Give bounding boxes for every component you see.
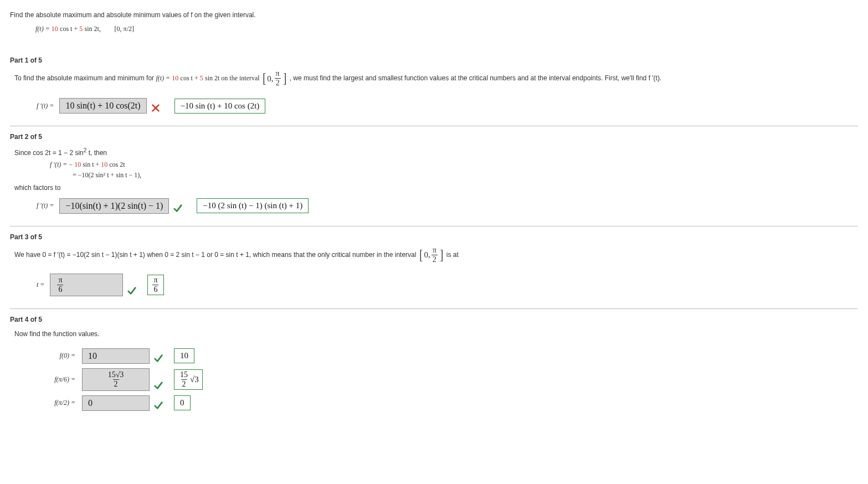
p1-lead: f ′(t) = (37, 102, 54, 110)
p2-student-answer[interactable]: −10(sin(t) + 1)(2 sin(t) − 1) (59, 198, 169, 214)
interval: [0, π/2] (115, 25, 134, 33)
p1-interval-num: π (275, 70, 281, 78)
p4-row-2: f(π/2) = 0 0 (37, 395, 858, 411)
p4-student-1[interactable]: 15√3 2 (82, 368, 150, 391)
p1-answer-row: f ′(t) = 10 sin(t) + 10 cos(2t) −10 sin … (37, 98, 858, 114)
check-icon (153, 380, 164, 391)
p1-fn-prefix: f(t) = (156, 74, 172, 82)
part-4-title: Part 4 of 5 (10, 316, 858, 323)
p2-eq1-coef: 10 (74, 161, 81, 168)
problem-definition: f(t) = 10 cos t + 5 sin 2t, [0, π/2] (10, 25, 858, 33)
check-icon (126, 285, 137, 296)
p3-correct-num: π (152, 276, 158, 285)
p2-eq2: = −10(2 sin² t + sin t − 1), (10, 171, 858, 179)
p4-correct-1-den: 2 (181, 379, 187, 388)
p1-mid2: sin 2t on the interval (205, 74, 261, 82)
p1-correct-answer: −10 sin (t) + 10 cos (2t) (174, 99, 266, 114)
mid1: cos t + (60, 25, 79, 33)
p4-correct-2: 0 (174, 395, 191, 410)
part-4: Part 4 of 5 Now find the function values… (10, 309, 858, 423)
fn-prefix: f(t) = (35, 25, 52, 33)
p4-correct-0: 10 (174, 348, 194, 363)
p2-answer-row: f ′(t) = −10(sin(t) + 1)(2 sin(t) − 1) −… (37, 198, 858, 214)
check-icon (153, 353, 164, 364)
part-2-title: Part 2 of 5 (10, 133, 858, 141)
p4-label-0: f(0) = (37, 352, 75, 360)
part-1-text: To find the absolute maximum and minimum… (10, 70, 858, 87)
p3-student-answer[interactable]: π 6 (50, 274, 123, 296)
p3-student-num: π (57, 276, 63, 285)
p3-interval: [ 0, π 2 ] (418, 246, 445, 264)
p2-correct-answer: −10 (2 sin (t) − 1) (sin (t) + 1) (197, 198, 309, 213)
p4-correct-1-suffix: √3 (190, 375, 199, 384)
p4-student-1-num: 15√3 (107, 371, 125, 379)
p4-label-2: f(π/2) = (37, 399, 75, 407)
problem-statement: Find the absolute maximum and absolute m… (10, 10, 858, 33)
p1-coeff-b: 5 (200, 74, 203, 82)
p2-eq2-body: −10(2 sin² t + sin t − 1), (78, 171, 142, 179)
p3-interval-den: 2 (432, 255, 438, 264)
p4-intro: Now find the function values. (10, 329, 858, 339)
p4-correct-1: 15 2 √3 (174, 369, 203, 390)
p2-eq1-coef2: 10 (101, 161, 107, 168)
p2-line1b: t, then (86, 149, 107, 157)
p3-student-den: 6 (57, 285, 63, 294)
part-3-title: Part 3 of 5 (10, 233, 858, 241)
p3-text-b: is at (446, 250, 459, 258)
coeff-a: 10 (52, 25, 58, 33)
p4-label-1: f(π/6) = (37, 375, 75, 384)
p2-eq1-c: cos 2t (109, 161, 125, 168)
p4-row-0: f(0) = 10 10 (37, 348, 858, 364)
p2-line1a: Since cos 2t = 1 − 2 sin (14, 149, 84, 157)
cross-icon (150, 102, 161, 114)
p2-lead: f ′(t) = (37, 202, 54, 210)
part-1-title: Part 1 of 5 (10, 56, 858, 64)
p1-mid1: cos t + (181, 74, 200, 82)
p1-interval: [ 0, π 2 ] (261, 70, 288, 87)
p2-line1: Since cos 2t = 1 − 2 sin2 t, then (10, 146, 858, 158)
p3-correct-den: 6 (152, 285, 158, 294)
p1-text-b: , we must find the largest and smallest … (290, 74, 662, 82)
p1-text-a: To find the absolute maximum and minimum… (14, 74, 156, 82)
p2-eq1: f ′(t) = − 10 sin t + 10 cos 2t (10, 161, 858, 169)
part-2: Part 2 of 5 Since cos 2t = 1 − 2 sin2 t,… (10, 126, 858, 226)
p1-student-answer[interactable]: 10 sin(t) + 10 cos(2t) (59, 98, 146, 114)
p2-eq2-lead: = (73, 171, 78, 179)
p1-coeff-a: 10 (172, 74, 178, 82)
p3-interval-num: π (432, 246, 438, 255)
p1-interval-den: 2 (275, 78, 281, 87)
p3-interval-open: 0, (424, 248, 430, 261)
p3-text-a: We have 0 = f ′(t) = −10(2 sin t − 1)(si… (14, 250, 418, 258)
p4-correct-1-num: 15 (179, 371, 189, 379)
mid2: sin 2t, (85, 25, 101, 33)
p3-lead: t = (37, 281, 44, 289)
p3-correct-answer: π 6 (147, 275, 163, 295)
p4-row-1: f(π/6) = 15√3 2 15 2 √3 (37, 368, 858, 391)
problem-prompt: Find the absolute maximum and absolute m… (10, 10, 858, 20)
p2-eq1-lead: f ′(t) = (50, 161, 69, 168)
p1-interval-open: 0, (267, 72, 273, 85)
check-icon (153, 400, 164, 411)
coeff-b: 5 (79, 25, 83, 33)
part-1: Part 1 of 5 To find the absolute maximum… (10, 50, 858, 126)
part-3: Part 3 of 5 We have 0 = f ′(t) = −10(2 s… (10, 226, 858, 309)
p2-eq1-b: sin t + (83, 161, 101, 168)
p3-text: We have 0 = f ′(t) = −10(2 sin t − 1)(si… (10, 246, 858, 264)
p2-line2: which factors to (10, 183, 858, 193)
p2-eq1-a: − (69, 161, 73, 168)
p4-student-2[interactable]: 0 (82, 395, 150, 411)
p3-answer-row: t = π 6 π 6 (37, 274, 858, 296)
p4-student-0[interactable]: 10 (82, 348, 150, 364)
p4-student-1-den: 2 (113, 379, 119, 388)
check-icon (172, 203, 183, 214)
